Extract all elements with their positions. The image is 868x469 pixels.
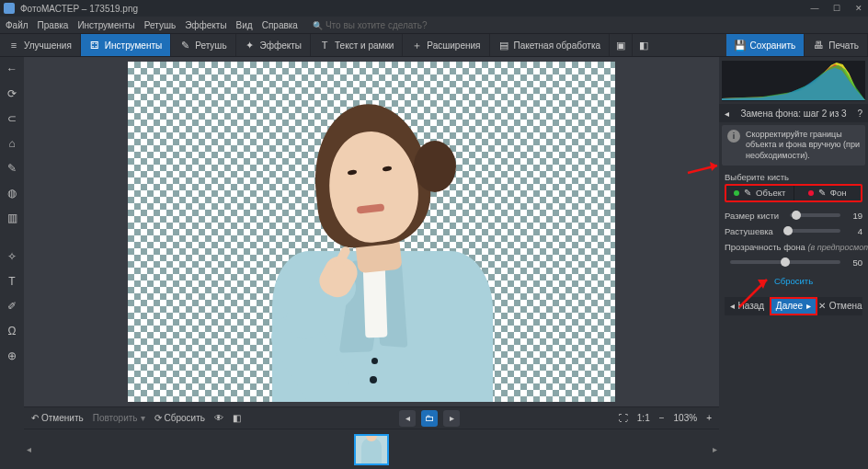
opacity-label: Прозрачность фона (в предпросмотре) — [725, 242, 868, 252]
tab-tools[interactable]: ⚃Инструменты — [81, 34, 171, 56]
save-icon: 💾 — [735, 40, 746, 51]
menu-effects[interactable]: Эффекты — [185, 20, 226, 30]
fit-screen-button[interactable]: ⛶ — [619, 413, 628, 423]
brush-size-row: Размер кисти 19 — [719, 208, 868, 223]
toolbar-split-icon-1[interactable]: ▣ — [610, 34, 633, 56]
stack-icon: ▤ — [498, 40, 509, 51]
layers-icon: ▣ — [615, 40, 626, 51]
tool-star[interactable]: ✧ — [4, 248, 20, 265]
panel-help-icon[interactable]: ? — [857, 109, 862, 119]
brush-size-slider[interactable] — [790, 213, 840, 217]
compare-toggle[interactable]: ◧ — [233, 413, 241, 423]
feather-label: Растушевка — [725, 226, 773, 236]
app-logo-icon — [4, 3, 15, 14]
overlap-icon: ◧ — [638, 40, 649, 51]
menu-retouch[interactable]: Ретушь — [144, 20, 176, 30]
menu-view[interactable]: Вид — [236, 20, 253, 30]
tool-brush[interactable]: ✎ — [4, 160, 20, 177]
opacity-row: Прозрачность фона (в предпросмотре) 50 — [719, 239, 868, 270]
left-tool-strip: ← ⟳ ⊂ ⌂ ✎ ◍ ▥ ✧ T ✐ Ω ⊕ — [0, 57, 24, 469]
green-dot-icon — [734, 190, 739, 196]
opacity-slider[interactable] — [730, 260, 840, 264]
zoom-1-1-button[interactable]: 1:1 — [637, 413, 650, 423]
redo-button[interactable]: Повторить ▾ — [93, 413, 145, 423]
tool-pen[interactable]: ✐ — [4, 298, 20, 315]
feather-slider[interactable] — [784, 229, 840, 233]
menu-search[interactable]: Что вы хотите сделать? — [313, 20, 428, 30]
window-title: ФотоМАСТЕР – 173519.png — [20, 4, 809, 14]
print-button[interactable]: 🖶Печать — [805, 34, 868, 56]
tool-crop[interactable]: ⌂ — [4, 135, 20, 152]
prev-image-button[interactable]: ◂ — [399, 410, 416, 427]
zoom-value: 103% — [674, 413, 698, 423]
brush-object-label: Объект — [756, 188, 785, 198]
window-maximize-button[interactable]: ☐ — [831, 3, 842, 14]
filmstrip-thumbnail[interactable] — [354, 434, 389, 465]
print-icon: 🖶 — [813, 40, 824, 51]
window-minimize-button[interactable]: — — [809, 3, 820, 14]
reset-button[interactable]: ⟳ Сбросить — [154, 413, 205, 423]
next-image-button[interactable]: ▸ — [443, 410, 460, 427]
brush-object-button[interactable]: ✎ Объект — [726, 186, 794, 200]
brush-size-value: 19 — [846, 211, 862, 221]
tool-globe[interactable]: ⊕ — [4, 348, 20, 364]
workspace: ← ⟳ ⊂ ⌂ ✎ ◍ ▥ ✧ T ✐ Ω ⊕ — [0, 57, 868, 469]
image-canvas[interactable] — [128, 62, 615, 402]
brush-size-label: Размер кисти — [725, 211, 779, 221]
opacity-value: 50 — [846, 257, 862, 268]
menu-tools[interactable]: Инструменты — [77, 20, 134, 30]
menu-bar: Файл Правка Инструменты Ретушь Эффекты В… — [0, 17, 868, 33]
tab-batch[interactable]: ▤Пакетная обработка — [490, 34, 611, 56]
crop-icon: ⚃ — [89, 40, 100, 51]
histogram — [722, 61, 865, 101]
tool-refresh[interactable]: ⟳ — [4, 86, 20, 102]
wizard-nav: ◂ Назад Далее ▸ ✕ Отмена — [725, 297, 862, 315]
save-button[interactable]: 💾Сохранить — [726, 34, 805, 56]
pick-brush-label: Выберите кисть — [719, 168, 868, 184]
tab-retouch[interactable]: ✎Ретушь — [171, 34, 235, 56]
open-folder-button[interactable]: 🗀 — [421, 410, 438, 427]
tab-extensions[interactable]: ＋Расширения — [403, 34, 489, 56]
filmstrip-scroll-right[interactable]: ▸ — [710, 429, 719, 469]
brush-icon: ✎ — [179, 40, 190, 51]
side-panel: ◂ Замена фона: шаг 2 из 3 ? i Скорректир… — [719, 57, 868, 469]
brush-background-button[interactable]: ✎ Фон — [794, 186, 862, 200]
sparkle-icon: ✦ — [245, 40, 256, 51]
zoom-in-button[interactable]: + — [706, 413, 712, 423]
wizard-cancel-button[interactable]: ✕ Отмена — [817, 297, 862, 315]
sliders-icon: ≡ — [8, 40, 19, 51]
tab-effects[interactable]: ✦Эффекты — [236, 34, 311, 56]
panel-back-icon[interactable]: ◂ — [725, 109, 729, 119]
toolbar-split-icon-2[interactable]: ◧ — [633, 34, 655, 56]
tool-shape[interactable]: Ω — [4, 323, 20, 339]
foreground-subject — [234, 98, 509, 402]
tab-improvements[interactable]: ≡Улучшения — [0, 34, 81, 56]
canvas-viewport[interactable] — [24, 57, 719, 406]
tool-divider — [4, 234, 20, 240]
undo-button[interactable]: ↶ Отменить — [31, 413, 84, 423]
red-dot-icon — [808, 190, 814, 196]
brush-icon: ✎ — [744, 188, 751, 198]
panel-title: Замена фона: шаг 2 из 3 — [725, 109, 862, 119]
tab-text-frames[interactable]: TТекст и рамки — [311, 34, 403, 56]
plus-icon: ＋ — [411, 40, 422, 51]
menu-help[interactable]: Справка — [262, 20, 298, 30]
tool-lasso[interactable]: ⊂ — [4, 110, 20, 127]
tool-arrow[interactable]: ← — [4, 61, 20, 77]
main-toolbar: ≡Улучшения ⚃Инструменты ✎Ретушь ✦Эффекты… — [0, 33, 868, 57]
panel-header: ◂ Замена фона: шаг 2 из 3 ? — [719, 104, 868, 122]
canvas-bottom-bar: ↶ Отменить Повторить ▾ ⟳ Сбросить 👁 ◧ ◂ … — [24, 406, 719, 429]
reset-link[interactable]: Сбросить — [719, 270, 868, 293]
menu-file[interactable]: Файл — [6, 20, 29, 30]
info-icon: i — [727, 130, 740, 143]
tool-pattern[interactable]: ▥ — [4, 210, 20, 226]
menu-edit[interactable]: Правка — [38, 20, 69, 30]
wizard-back-button[interactable]: ◂ Назад — [725, 297, 770, 315]
tool-text[interactable]: T — [4, 273, 20, 290]
window-close-button[interactable]: ✕ — [853, 3, 864, 14]
preview-toggle[interactable]: 👁 — [214, 413, 223, 423]
zoom-out-button[interactable]: − — [659, 413, 665, 423]
filmstrip-scroll-left[interactable]: ◂ — [24, 429, 33, 469]
wizard-next-button[interactable]: Далее ▸ — [770, 297, 818, 315]
tool-gradient[interactable]: ◍ — [4, 185, 20, 201]
